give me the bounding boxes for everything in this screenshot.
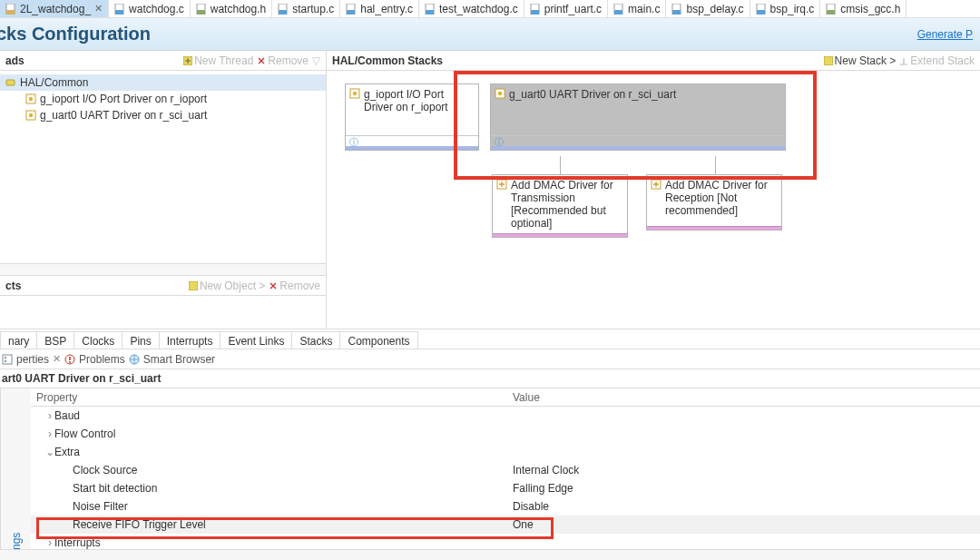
property-value-cell[interactable]: Internal Clock bbox=[507, 464, 980, 476]
stack-card-dmac-rx[interactable]: Add DMAC Driver for Reception [Not recom… bbox=[646, 174, 782, 231]
property-row[interactable]: Clock SourceInternal Clock bbox=[31, 461, 980, 479]
svg-rect-17 bbox=[672, 10, 681, 15]
property-value-cell[interactable]: Disable bbox=[507, 500, 980, 513]
svg-rect-3 bbox=[115, 10, 123, 15]
connector bbox=[560, 156, 561, 174]
property-name-cell: ›Interrupts bbox=[31, 536, 507, 549]
file-tabstrip: 2L_watchdog_✕watchdog.cwatchdog.hstartup… bbox=[0, 0, 980, 18]
info-icon[interactable]: ⓘ bbox=[491, 135, 785, 146]
remove-object-button[interactable]: Remove bbox=[269, 280, 320, 292]
file-tab[interactable]: bsp_irq.c bbox=[750, 0, 821, 17]
remove-thread-button[interactable]: Remove bbox=[257, 54, 309, 67]
module-icon bbox=[25, 110, 36, 121]
property-row[interactable]: ⌄Extra bbox=[31, 443, 980, 461]
properties-side-tabs: ngs bbox=[0, 388, 31, 559]
property-name-cell: ›Baud bbox=[31, 409, 507, 422]
generate-project-link[interactable]: Generate P bbox=[917, 28, 973, 41]
hal-stacks-header: HAL/Common Stacks New Stack > Extend Sta… bbox=[327, 51, 980, 71]
property-value-cell[interactable]: One bbox=[507, 518, 980, 531]
c-file-icon bbox=[530, 4, 541, 15]
expand-arrow-icon[interactable]: › bbox=[45, 427, 54, 440]
file-tab[interactable]: main.c bbox=[608, 0, 666, 17]
info-icon[interactable]: ⓘ bbox=[346, 135, 478, 146]
file-tab[interactable]: startup.c bbox=[272, 0, 340, 17]
stack-card-ioport[interactable]: g_ioport I/O Port Driver on r_ioport ⓘ bbox=[345, 84, 479, 151]
property-name-cell: Start bit detection bbox=[31, 482, 507, 495]
property-label: Extra bbox=[54, 446, 80, 458]
property-row[interactable]: ›Flow Control bbox=[31, 425, 980, 443]
config-subtab[interactable]: Components bbox=[340, 331, 417, 349]
status-bar bbox=[0, 549, 980, 560]
extend-stack-button[interactable]: Extend Stack bbox=[899, 54, 975, 67]
stack-card-dmac-tx[interactable]: Add DMAC Driver for Transmission [Recomm… bbox=[492, 174, 628, 238]
config-subtab[interactable]: Event Links bbox=[220, 331, 292, 349]
view-tab-label: Smart Browser bbox=[143, 353, 215, 366]
file-tab-label: watchdog.h bbox=[211, 3, 266, 15]
tree-root-hal-common[interactable]: HAL/Common bbox=[0, 74, 326, 91]
module-icon bbox=[25, 93, 36, 104]
file-tab[interactable]: cmsis_gcc.h bbox=[820, 0, 906, 17]
globe-icon bbox=[129, 354, 140, 365]
underline-blue bbox=[491, 146, 785, 150]
expand-arrow-icon[interactable]: › bbox=[45, 536, 54, 549]
c-file-icon bbox=[671, 4, 682, 15]
file-tab[interactable]: watchdog.h bbox=[191, 0, 272, 17]
new-stack-button[interactable]: New Stack > bbox=[824, 54, 897, 67]
config-subtab[interactable]: Pins bbox=[122, 331, 159, 349]
svg-rect-13 bbox=[531, 10, 539, 15]
pane-divider[interactable] bbox=[0, 263, 326, 276]
properties-grid[interactable]: Property Value ›Baud›Flow Control⌄ExtraC… bbox=[31, 388, 980, 559]
property-row[interactable]: ›Baud bbox=[31, 407, 980, 425]
objects-pane-header: cts New Object > Remove bbox=[0, 276, 326, 296]
file-tab[interactable]: 2L_watchdog_✕ bbox=[0, 0, 109, 17]
property-row[interactable]: Noise FilterDisable bbox=[31, 497, 980, 516]
config-subtab[interactable]: Interrupts bbox=[160, 331, 221, 349]
file-tab[interactable]: watchdog.c bbox=[109, 0, 191, 17]
new-thread-button[interactable]: New Thread bbox=[183, 54, 253, 67]
config-subtab[interactable]: Clocks bbox=[74, 331, 122, 349]
svg-rect-36 bbox=[3, 355, 12, 364]
properties-view-tab[interactable]: perties ✕ bbox=[2, 353, 61, 366]
expand-arrow-icon[interactable]: ⌄ bbox=[45, 446, 54, 458]
tree-item-uart[interactable]: g_uart0 UART Driver on r_sci_uart bbox=[0, 107, 326, 123]
file-tab[interactable]: test_watchdog.c bbox=[419, 0, 524, 17]
module-icon bbox=[495, 88, 505, 99]
svg-rect-7 bbox=[279, 10, 287, 15]
svg-rect-1 bbox=[6, 10, 15, 15]
svg-point-33 bbox=[498, 92, 502, 95]
config-subtab[interactable]: Stacks bbox=[292, 331, 340, 349]
hal-stacks-canvas[interactable]: g_ioport I/O Port Driver on r_ioport ⓘ g… bbox=[327, 71, 980, 329]
config-banner: cks Configuration Generate P bbox=[0, 18, 980, 51]
menu-chevron-icon[interactable]: ▽ bbox=[312, 54, 320, 67]
config-subtab[interactable]: BSP bbox=[37, 331, 74, 349]
smart-browser-view-tab[interactable]: Smart Browser bbox=[129, 353, 215, 366]
expand-arrow-icon[interactable]: › bbox=[45, 409, 54, 422]
property-value-cell[interactable]: Falling Edge bbox=[507, 482, 980, 495]
threads-tree[interactable]: HAL/Common g_ioport I/O Port Driver on r… bbox=[0, 71, 326, 263]
add-icon bbox=[496, 179, 507, 190]
objects-pane-title: cts bbox=[5, 280, 21, 292]
property-label: Receive FIFO Trigger Level bbox=[73, 518, 206, 531]
c-file-icon bbox=[613, 4, 624, 15]
close-icon[interactable]: ✕ bbox=[94, 3, 103, 15]
file-tab[interactable]: bsp_delay.c bbox=[666, 0, 750, 17]
config-subtab[interactable]: nary bbox=[0, 331, 37, 349]
property-row[interactable]: Receive FIFO Trigger LevelOne bbox=[31, 516, 980, 534]
new-object-button[interactable]: New Object > bbox=[189, 280, 265, 292]
file-tab[interactable]: hal_entry.c bbox=[340, 0, 419, 17]
grid-col-value: Value bbox=[507, 391, 980, 404]
property-row[interactable]: Start bit detectionFalling Edge bbox=[31, 479, 980, 497]
tree-item-ioport[interactable]: g_ioport I/O Port Driver on r_ioport bbox=[0, 91, 326, 107]
threads-icon bbox=[5, 77, 16, 88]
h-file-icon bbox=[826, 4, 837, 15]
svg-point-27 bbox=[29, 113, 33, 117]
svg-rect-37 bbox=[5, 357, 6, 359]
close-icon[interactable]: ✕ bbox=[53, 353, 61, 365]
grid-col-property: Property bbox=[31, 391, 507, 404]
svg-rect-23 bbox=[6, 80, 15, 85]
tree-item-label: g_ioport I/O Port Driver on r_ioport bbox=[40, 93, 207, 105]
file-tab[interactable]: printf_uart.c bbox=[524, 0, 608, 17]
problems-view-tab[interactable]: Problems bbox=[64, 353, 125, 366]
objects-pane: cts New Object > Remove bbox=[0, 276, 326, 329]
stack-card-uart[interactable]: g_uart0 UART Driver on r_sci_uart ⓘ bbox=[490, 84, 786, 151]
